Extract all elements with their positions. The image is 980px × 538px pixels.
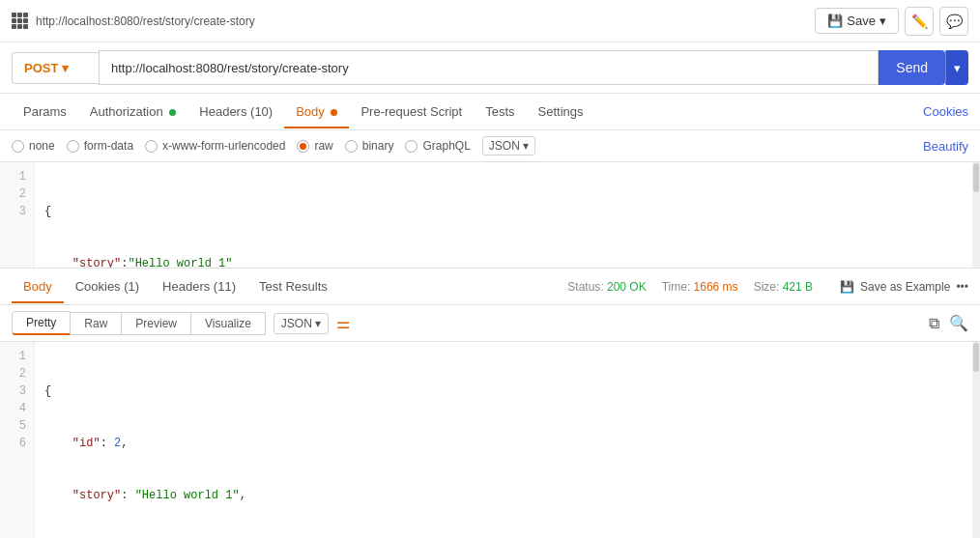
radio-form-data[interactable]: form-data (67, 139, 133, 153)
resp-tab-headers[interactable]: Headers (11) (151, 271, 247, 303)
copy-response-button[interactable]: ⧉ (929, 315, 939, 332)
url-input[interactable] (99, 50, 879, 85)
url-bar: POST ▾ Send ▾ (0, 42, 980, 94)
resp-json-dropdown[interactable]: JSON ▾ (274, 313, 329, 334)
authorization-dot (169, 109, 176, 116)
top-bar: http://localhost:8080/rest/story/create-… (0, 0, 980, 42)
top-bar-url-text: http://localhost:8080/rest/story/create-… (36, 14, 255, 28)
tab-pre-request-script[interactable]: Pre-request Script (349, 97, 474, 128)
save-as-example-button[interactable]: Save as Example (860, 280, 950, 294)
radio-none[interactable]: none (12, 139, 55, 153)
response-body-editor: 1 2 3 4 5 6 { "id": 2, "story": "Hello w… (0, 342, 980, 538)
filter-button[interactable]: ⚌ (336, 314, 350, 332)
response-line-numbers: 1 2 3 4 5 6 (0, 342, 35, 538)
body-options-bar: none form-data x-www-form-urlencoded raw… (0, 130, 980, 162)
body-dot (331, 109, 337, 116)
radio-binary-circle (345, 140, 358, 153)
radio-urlencoded[interactable]: x-www-form-urlencoded (145, 139, 285, 153)
response-format-bar: Pretty Raw Preview Visualize JSON ▾ ⚌ ⧉ … (0, 305, 980, 342)
tab-tests[interactable]: Tests (474, 97, 526, 128)
request-scrollbar-thumb (973, 163, 979, 192)
top-bar-url-area: http://localhost:8080/rest/story/create-… (12, 13, 815, 29)
cookies-link[interactable]: Cookies (923, 104, 968, 119)
radio-raw[interactable]: raw (297, 139, 332, 153)
fmt-tab-raw[interactable]: Raw (71, 312, 122, 335)
send-dropdown-button[interactable]: ▾ (945, 50, 968, 85)
response-scrollbar-thumb (973, 343, 979, 372)
tab-headers[interactable]: Headers (10) (187, 97, 284, 128)
radio-graphql[interactable]: GraphQL (405, 139, 470, 153)
radio-raw-circle (297, 140, 309, 153)
edit-icon: ✏️ (911, 14, 928, 29)
beautify-button[interactable]: Beautify (923, 139, 968, 154)
resp-tab-body[interactable]: Body (12, 271, 64, 303)
method-dropdown[interactable]: POST ▾ (12, 52, 99, 84)
response-editor-scrollbar[interactable] (972, 342, 980, 538)
method-label: POST (24, 61, 58, 75)
filter-icon: ⚌ (336, 315, 350, 331)
fmt-tab-pretty[interactable]: Pretty (12, 311, 71, 335)
response-more-button[interactable]: ••• (956, 280, 968, 294)
save-dropdown-arrow: ▾ (879, 14, 886, 28)
edit-button[interactable]: ✏️ (905, 7, 934, 36)
fmt-tab-preview[interactable]: Preview (122, 312, 191, 335)
request-tabs: Params Authorization Headers (10) Body P… (0, 94, 980, 130)
request-code-content[interactable]: { "story":"Hello world 1" } (35, 162, 972, 268)
send-button[interactable]: Send (879, 50, 945, 85)
search-icon: 🔍 (949, 315, 968, 331)
time-value: 1666 ms (694, 280, 738, 294)
copy-icon: ⧉ (929, 315, 939, 331)
resp-tab-test-results[interactable]: Test Results (247, 271, 339, 303)
request-body-editor: 1 2 3 { "story":"Hello world 1" } (0, 162, 980, 269)
response-actions: 💾 Save as Example ••• (840, 280, 968, 294)
resp-json-arrow: ▾ (315, 317, 321, 330)
tab-settings[interactable]: Settings (527, 97, 595, 128)
radio-binary[interactable]: binary (345, 139, 394, 153)
radio-graphql-circle (405, 140, 418, 153)
status-value: 200 OK (607, 280, 647, 294)
json-arrow-icon: ▾ (523, 139, 529, 153)
tab-authorization[interactable]: Authorization (78, 97, 188, 128)
resp-tab-cookies[interactable]: Cookies (1) (64, 271, 151, 303)
json-type-dropdown[interactable]: JSON ▾ (482, 136, 535, 156)
response-status: Status: 200 OK Time: 1666 ms Size: 421 B… (567, 280, 968, 294)
app-icon (12, 13, 28, 29)
save-button[interactable]: 💾 Save ▾ (815, 8, 899, 34)
method-arrow: ▾ (62, 61, 69, 75)
save-icon: 💾 (827, 14, 843, 28)
response-tabs-bar: Body Cookies (1) Headers (11) Test Resul… (0, 269, 980, 305)
radio-none-circle (12, 140, 24, 153)
resp-right-actions: ⧉ 🔍 (929, 314, 968, 332)
response-code-content[interactable]: { "id": 2, "story": "Hello world 1", "cr… (35, 342, 972, 538)
search-response-button[interactable]: 🔍 (949, 314, 968, 332)
comment-button[interactable]: 💬 (939, 7, 968, 36)
request-editor-scrollbar[interactable] (972, 162, 980, 268)
radio-urlencoded-circle (145, 140, 158, 153)
top-bar-actions: 💾 Save ▾ ✏️ 💬 (815, 7, 968, 36)
send-arrow-icon: ▾ (954, 61, 961, 75)
request-line-numbers: 1 2 3 (0, 162, 35, 268)
tab-params[interactable]: Params (12, 97, 78, 128)
tab-body[interactable]: Body (284, 97, 349, 128)
comment-icon: 💬 (946, 14, 963, 29)
fmt-tab-visualize[interactable]: Visualize (191, 312, 266, 335)
radio-form-data-circle (67, 140, 79, 153)
size-value: 421 B (783, 280, 813, 294)
